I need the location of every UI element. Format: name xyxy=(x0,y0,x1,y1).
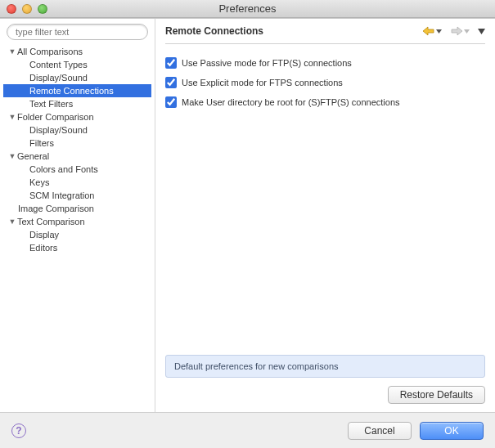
option-checkbox[interactable] xyxy=(165,57,177,69)
tree-item-label: All Comparisons xyxy=(17,47,83,56)
option-checkbox[interactable] xyxy=(165,77,177,88)
tree-item[interactable]: Content Types xyxy=(3,58,151,71)
tree-item-label: Keys xyxy=(29,177,49,187)
tree-item-label: Text Comparison xyxy=(17,217,85,226)
panel-heading: Remote Connections xyxy=(165,25,263,37)
tree-item-label: Text Filters xyxy=(29,99,73,109)
tree-item[interactable]: Colors and Fonts xyxy=(3,163,151,176)
disclosure-triangle-icon[interactable]: ▼ xyxy=(8,217,16,226)
tree-item-label: Display/Sound xyxy=(29,125,88,135)
option-label: Make User directory be root for (S)FTP(S… xyxy=(182,97,400,107)
tree-item-label: General xyxy=(17,151,49,161)
option-row[interactable]: Make User directory be root for (S)FTP(S… xyxy=(165,96,485,108)
panel-footer: Default preferences for new comparisons … xyxy=(155,355,495,412)
dialog-footer: ? Cancel OK xyxy=(0,412,495,448)
nav-back-button[interactable] xyxy=(422,25,442,37)
nav-buttons xyxy=(422,25,485,37)
option-row[interactable]: Use Explicit mode for FTPS connections xyxy=(165,77,485,88)
menu-triangle-icon xyxy=(478,29,485,34)
cancel-button[interactable]: Cancel xyxy=(348,422,412,440)
tree-item[interactable]: Image Comparison xyxy=(3,202,151,215)
tree-item-label: SCM Integration xyxy=(29,190,94,200)
filter-container xyxy=(7,24,148,40)
window-title: Preferences xyxy=(0,2,495,15)
tree-item-label: Image Comparison xyxy=(18,204,94,213)
close-window-button[interactable] xyxy=(7,4,16,14)
tree-item[interactable]: Editors xyxy=(3,241,151,254)
tree-item-label: Folder Comparison xyxy=(17,112,94,122)
option-row[interactable]: Use Passive mode for FTP(S) connections xyxy=(165,57,485,69)
disclosure-triangle-icon[interactable]: ▼ xyxy=(8,113,16,121)
tree-item[interactable]: Display/Sound xyxy=(3,71,151,84)
content-area: ▼All ComparisonsContent TypesDisplay/Sou… xyxy=(0,18,495,412)
filter-input[interactable] xyxy=(7,24,148,40)
tree-item-label: Display xyxy=(29,230,59,240)
tree-item[interactable]: ▼All Comparisons xyxy=(3,45,151,58)
chevron-down-icon xyxy=(436,29,442,34)
option-checkbox[interactable] xyxy=(165,96,177,108)
tree-item-label: Display/Sound xyxy=(29,73,88,83)
tree-item[interactable]: Remote Connections xyxy=(3,84,151,97)
tree-item-label: Content Types xyxy=(29,60,88,69)
zoom-window-button[interactable] xyxy=(38,4,47,14)
ok-button[interactable]: OK xyxy=(420,422,484,440)
options-list: Use Passive mode for FTP(S) connectionsU… xyxy=(155,44,495,121)
option-label: Use Explicit mode for FTPS connections xyxy=(182,78,343,87)
tree-item[interactable]: Filters xyxy=(3,137,151,150)
info-banner: Default preferences for new comparisons xyxy=(165,355,485,378)
arrow-left-icon xyxy=(422,25,435,37)
tree-item[interactable]: Keys xyxy=(3,176,151,189)
tree-item[interactable]: ▼Folder Comparison xyxy=(3,110,151,123)
tree-item-label: Colors and Fonts xyxy=(29,164,98,174)
window-controls xyxy=(7,4,47,14)
chevron-down-icon xyxy=(464,29,470,34)
nav-forward-button[interactable] xyxy=(450,25,470,37)
tree-item-label: Filters xyxy=(29,138,54,148)
help-button[interactable]: ? xyxy=(11,423,26,438)
panel-menu-button[interactable] xyxy=(478,26,485,36)
disclosure-triangle-icon[interactable]: ▼ xyxy=(8,47,16,56)
disclosure-triangle-icon[interactable]: ▼ xyxy=(8,152,16,160)
tree-item[interactable]: ▼Text Comparison xyxy=(3,215,151,228)
option-label: Use Passive mode for FTP(S) connections xyxy=(182,58,352,68)
panel-header: Remote Connections xyxy=(155,19,495,37)
arrow-right-icon xyxy=(450,25,463,37)
sidebar: ▼All ComparisonsContent TypesDisplay/Sou… xyxy=(0,19,155,412)
tree-item[interactable]: SCM Integration xyxy=(3,189,151,202)
tree-item[interactable]: Display/Sound xyxy=(3,123,151,137)
tree-item[interactable]: Text Filters xyxy=(3,97,151,110)
tree-item-label: Editors xyxy=(29,243,57,253)
tree-item[interactable]: Display xyxy=(3,228,151,241)
minimize-window-button[interactable] xyxy=(22,4,32,14)
restore-defaults-button[interactable]: Restore Defaults xyxy=(388,386,485,404)
preferences-tree[interactable]: ▼All ComparisonsContent TypesDisplay/Sou… xyxy=(3,45,151,407)
main-panel: Remote Connections xyxy=(155,19,495,412)
tree-item[interactable]: ▼General xyxy=(3,150,151,163)
titlebar: Preferences xyxy=(0,0,495,18)
tree-item-label: Remote Connections xyxy=(29,86,114,96)
